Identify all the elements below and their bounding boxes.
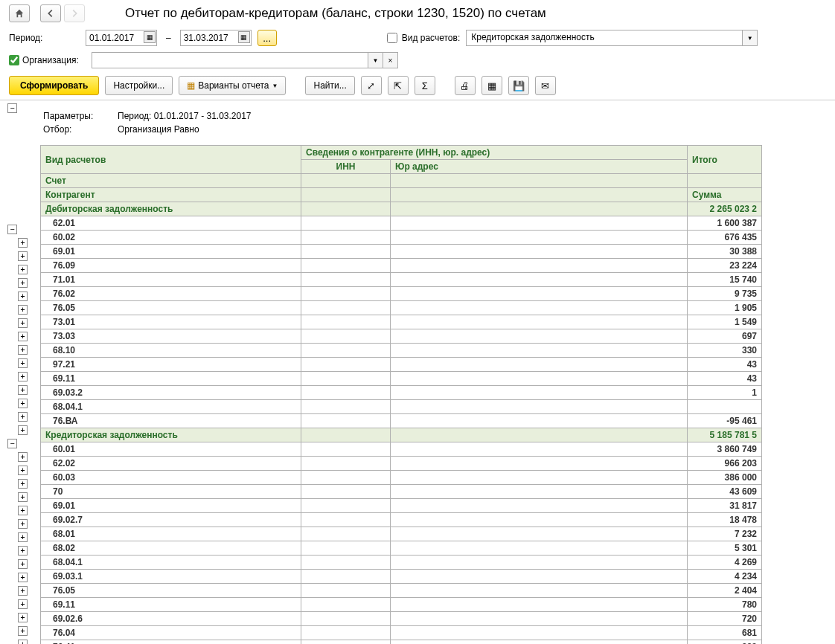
dropdown-icon[interactable]: ▼ (742, 30, 757, 45)
print-icon[interactable]: 🖨 (455, 76, 476, 95)
group-toggle-button[interactable]: − (7, 439, 17, 448)
row-expand-button[interactable]: + (18, 479, 28, 489)
row-expand-button[interactable]: + (18, 345, 28, 355)
row-expand-button[interactable]: + (18, 372, 28, 381)
value-cell: 697 (688, 329, 762, 344)
row-expand-button[interactable]: + (18, 640, 28, 644)
row-expand-button[interactable]: + (18, 452, 28, 462)
org-checkbox[interactable] (9, 55, 19, 65)
value-cell: 30 388 (688, 245, 762, 259)
account-cell: 69.02.7 (41, 513, 301, 527)
account-cell: 76.41 (41, 640, 301, 645)
row-expand-button[interactable]: + (18, 358, 28, 368)
value-cell: 23 224 (688, 259, 762, 273)
back-button[interactable] (40, 4, 61, 22)
value-cell: 43 (688, 372, 762, 386)
value-cell: 43 (688, 358, 762, 372)
account-cell: 70 (41, 485, 301, 499)
account-cell: 62.02 (41, 457, 301, 471)
row-expand-button[interactable]: + (18, 626, 28, 636)
find-button[interactable]: Найти... (305, 76, 354, 95)
value-cell: 1 549 (688, 315, 762, 329)
account-cell: 69.11 (41, 372, 301, 386)
row-expand-button[interactable]: + (18, 559, 28, 569)
row-expand-button[interactable]: + (18, 318, 28, 328)
row-expand-button[interactable]: + (18, 425, 28, 435)
org-label: Организация: (22, 55, 79, 65)
value-cell: 7 232 (688, 527, 762, 541)
value-cell: 18 478 (688, 513, 762, 527)
save-icon[interactable]: 💾 (508, 76, 529, 95)
group-total: 2 265 023 2 (688, 202, 762, 216)
row-expand-button[interactable]: + (18, 292, 28, 301)
collapse-all-button[interactable]: − (7, 103, 17, 113)
account-cell: 76.02 (41, 287, 301, 301)
value-cell: 5 301 (688, 541, 762, 556)
header-itogo: Итого (688, 146, 762, 174)
row-expand-button[interactable]: + (18, 466, 28, 475)
mail-icon[interactable]: ✉ (535, 76, 556, 95)
account-cell: 76.ВА (41, 414, 301, 428)
row-expand-button[interactable]: + (18, 265, 28, 274)
table-icon[interactable]: ▦ (482, 76, 502, 95)
row-expand-button[interactable]: + (18, 506, 28, 515)
value-cell: 4 269 (688, 556, 762, 570)
period-label: Период: (9, 33, 80, 43)
account-cell: 73.01 (41, 315, 301, 329)
row-expand-button[interactable]: + (18, 251, 28, 261)
value-cell: 386 000 (688, 471, 762, 485)
row-expand-button[interactable]: + (18, 332, 28, 341)
row-expand-button[interactable]: + (18, 492, 28, 502)
clear-icon[interactable]: × (383, 53, 397, 68)
account-cell: 62.01 (41, 216, 301, 231)
account-cell: 69.03.1 (41, 570, 301, 584)
row-expand-button[interactable]: + (18, 399, 28, 408)
value-cell: 3 860 749 (688, 442, 762, 457)
account-cell: 69.01 (41, 245, 301, 259)
account-cell: 68.02 (41, 541, 301, 556)
account-cell: 69.02.6 (41, 612, 301, 626)
forward-button[interactable] (64, 4, 85, 22)
home-button[interactable] (9, 4, 30, 22)
row-expand-button[interactable]: + (18, 599, 28, 609)
row-expand-button[interactable]: + (18, 385, 28, 395)
value-cell: 15 740 (688, 273, 762, 287)
account-cell: 69.01 (41, 499, 301, 513)
value-cell: 1 (688, 386, 762, 400)
account-cell: 69.11 (41, 598, 301, 612)
account-cell: 76.05 (41, 584, 301, 598)
period-picker-button[interactable]: ... (257, 30, 277, 46)
variants-button[interactable]: ▦ Варианты отчета ▼ (179, 76, 286, 95)
row-expand-button[interactable]: + (18, 305, 28, 315)
row-expand-button[interactable]: + (18, 613, 28, 622)
calendar-icon[interactable]: ▦ (144, 31, 156, 43)
group-toggle-button[interactable]: − (7, 225, 17, 234)
row-expand-button[interactable]: + (18, 278, 28, 288)
group-name: Дебиторская задолженность (41, 202, 301, 216)
value-cell: 330 (688, 344, 762, 358)
row-expand-button[interactable]: + (18, 573, 28, 582)
calc-type-select[interactable]: Кредиторская задолженность (467, 30, 742, 45)
calendar-icon[interactable]: ▦ (238, 31, 250, 43)
form-button[interactable]: Сформировать (9, 76, 99, 95)
dropdown-icon[interactable]: ▼ (368, 53, 383, 68)
value-cell: 1 905 (688, 301, 762, 315)
account-cell: 73.03 (41, 329, 301, 344)
row-expand-button[interactable]: + (18, 586, 28, 596)
collapse-icon[interactable]: ⇱ (388, 76, 409, 95)
row-expand-button[interactable]: + (18, 519, 28, 529)
account-cell: 68.04.1 (41, 400, 301, 414)
settings-button[interactable]: Настройки... (105, 76, 173, 95)
value-cell: 720 (688, 612, 762, 626)
row-expand-button[interactable]: + (18, 238, 28, 248)
row-expand-button[interactable]: + (18, 412, 28, 422)
account-cell: 60.01 (41, 442, 301, 457)
sum-icon[interactable]: Σ (415, 76, 435, 95)
row-expand-button[interactable]: + (18, 546, 28, 556)
row-expand-button[interactable]: + (18, 532, 28, 542)
org-select[interactable] (92, 53, 368, 68)
value-cell: 780 (688, 598, 762, 612)
calc-type-checkbox[interactable] (387, 33, 397, 43)
account-cell: 68.04.1 (41, 556, 301, 570)
expand-icon[interactable]: ⤢ (361, 76, 382, 95)
